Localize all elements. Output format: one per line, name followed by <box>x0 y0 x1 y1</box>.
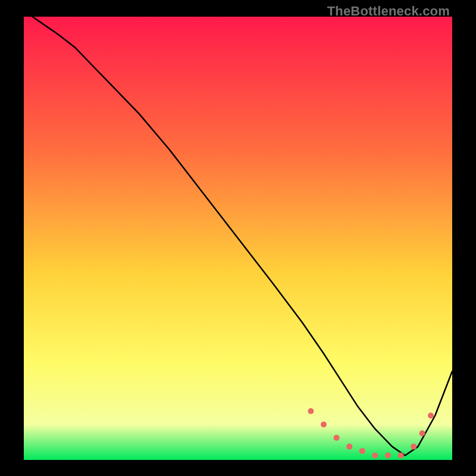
curve-marker <box>398 453 404 459</box>
chart-svg <box>24 17 452 460</box>
curve-marker <box>359 448 365 454</box>
curve-marker <box>385 453 391 459</box>
chart-frame <box>24 17 452 460</box>
curve-marker <box>372 453 378 459</box>
curve-marker <box>428 413 434 419</box>
curve-marker <box>346 444 352 450</box>
curve-marker <box>321 421 327 427</box>
curve-marker <box>308 408 314 414</box>
curve-marker <box>411 444 416 450</box>
curve-marker <box>419 430 425 436</box>
curve-marker <box>334 435 340 441</box>
